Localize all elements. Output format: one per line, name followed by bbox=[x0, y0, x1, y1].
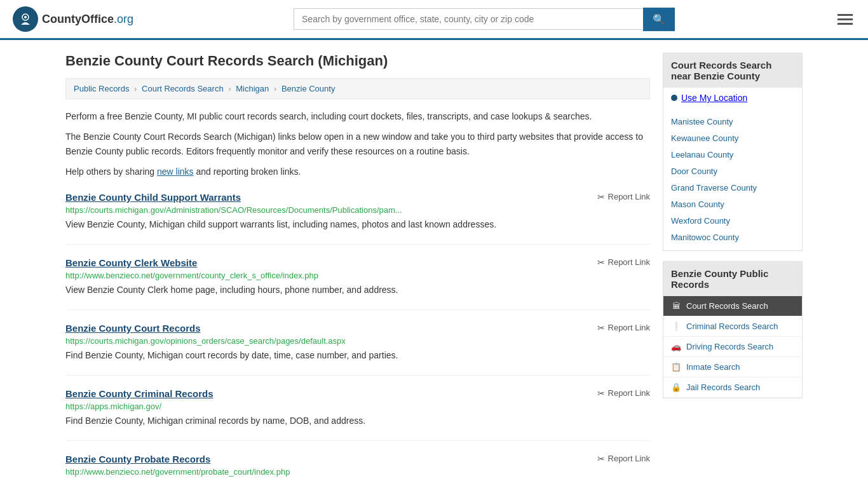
public-record-link[interactable]: Inmate Search bbox=[686, 362, 740, 372]
breadcrumb-sep: › bbox=[134, 84, 137, 93]
record-item: Benzie County Clerk Website ✂ Report Lin… bbox=[65, 257, 650, 310]
report-icon: ✂ bbox=[597, 257, 605, 268]
report-label: Report Link bbox=[608, 323, 650, 332]
search-area: 🔍 bbox=[294, 8, 675, 31]
pr-icon: 🏛 bbox=[671, 301, 681, 311]
record-url: http://www.benzieco.net/government/proba… bbox=[65, 467, 650, 477]
report-link[interactable]: ✂ Report Link bbox=[597, 388, 650, 398]
public-records-section: Benzie County Public Records 🏛 Court Rec… bbox=[663, 261, 803, 398]
record-item: Benzie County Probate Records ✂ Report L… bbox=[65, 454, 650, 488]
record-desc: Find Benzie County, Michigan court recor… bbox=[65, 349, 650, 362]
search-input[interactable] bbox=[294, 8, 643, 30]
nearby-county-link[interactable]: Mason County bbox=[671, 200, 724, 209]
record-url: http://www.benzieco.net/government/count… bbox=[65, 271, 650, 280]
use-location-link[interactable]: Use My Location bbox=[681, 93, 747, 103]
svg-point-2 bbox=[24, 16, 27, 18]
report-label: Report Link bbox=[608, 192, 650, 201]
location-icon bbox=[671, 95, 677, 101]
public-record-item[interactable]: 🚗 Driving Records Search bbox=[663, 337, 802, 357]
pr-icon: 🚗 bbox=[671, 342, 681, 351]
description-2: The Benzie County Court Records Search (… bbox=[65, 130, 650, 158]
desc3-post: and reporting broken links. bbox=[194, 166, 301, 177]
nearby-county-item: Grand Traverse County bbox=[663, 179, 802, 196]
record-title[interactable]: Benzie County Probate Records bbox=[65, 454, 210, 464]
record-title[interactable]: Benzie County Clerk Website bbox=[65, 257, 197, 268]
breadcrumb-sep: › bbox=[274, 84, 276, 93]
main-container: Benzie County Court Records Search (Mich… bbox=[53, 40, 815, 488]
description: Perform a free Benzie County, MI public … bbox=[65, 109, 650, 179]
public-record-item[interactable]: ❕ Criminal Records Search bbox=[663, 316, 802, 337]
record-title[interactable]: Benzie County Child Support Warrants bbox=[65, 192, 241, 203]
public-record-item[interactable]: 🔒 Jail Records Search bbox=[663, 377, 802, 398]
public-record-item[interactable]: 🏛 Court Records Search bbox=[663, 296, 802, 316]
pr-icon: 🔒 bbox=[671, 383, 681, 392]
report-icon: ✂ bbox=[597, 388, 605, 398]
record-header: Benzie County Probate Records ✂ Report L… bbox=[65, 454, 650, 464]
desc3-pre: Help others by sharing bbox=[65, 166, 157, 177]
nearby-list: Manistee CountyKewaunee CountyLeelanau C… bbox=[663, 108, 802, 250]
nearby-county-item: Door County bbox=[663, 163, 802, 179]
new-links-link[interactable]: new links bbox=[157, 166, 194, 177]
report-icon: ✂ bbox=[597, 323, 605, 333]
public-records-list: 🏛 Court Records Search ❕ Criminal Record… bbox=[663, 296, 802, 398]
public-record-link[interactable]: Criminal Records Search bbox=[686, 322, 778, 331]
content-area: Benzie County Court Records Search (Mich… bbox=[65, 53, 650, 488]
record-title[interactable]: Benzie County Court Records bbox=[65, 323, 201, 334]
public-record-item[interactable]: 📋 Inmate Search bbox=[663, 357, 802, 377]
breadcrumb-sep: › bbox=[228, 84, 231, 93]
logo[interactable]: CountyOffice.org bbox=[13, 6, 133, 32]
public-record-link[interactable]: Court Records Search bbox=[686, 301, 768, 311]
record-item: Benzie County Criminal Records ✂ Report … bbox=[65, 388, 650, 441]
search-button[interactable]: 🔍 bbox=[643, 8, 675, 31]
breadcrumb-link-michigan[interactable]: Michigan bbox=[236, 84, 269, 93]
menu-line bbox=[837, 14, 853, 16]
menu-line bbox=[837, 18, 853, 20]
public-record-link[interactable]: Jail Records Search bbox=[686, 383, 760, 392]
report-link[interactable]: ✂ Report Link bbox=[597, 257, 650, 268]
description-1: Perform a free Benzie County, MI public … bbox=[65, 109, 650, 123]
nearby-county-item: Manistee County bbox=[663, 113, 802, 130]
report-icon: ✂ bbox=[597, 454, 605, 464]
record-header: Benzie County Court Records ✂ Report Lin… bbox=[65, 323, 650, 334]
report-link[interactable]: ✂ Report Link bbox=[597, 323, 650, 333]
pr-icon: 📋 bbox=[671, 362, 681, 372]
nearby-county-link[interactable]: Manitowoc County bbox=[671, 233, 739, 242]
header: CountyOffice.org 🔍 bbox=[0, 0, 868, 40]
nearby-county-item: Manitowoc County bbox=[663, 229, 802, 245]
breadcrumb-link-benzie[interactable]: Benzie County bbox=[281, 84, 336, 93]
report-link[interactable]: ✂ Report Link bbox=[597, 192, 650, 202]
pr-icon: ❕ bbox=[671, 322, 681, 331]
records-list: Benzie County Child Support Warrants ✂ R… bbox=[65, 192, 650, 488]
nearby-county-link[interactable]: Kewaunee County bbox=[671, 133, 738, 143]
nearby-county-item: Mason County bbox=[663, 196, 802, 212]
record-header: Benzie County Clerk Website ✂ Report Lin… bbox=[65, 257, 650, 268]
sidebar: Court Records Search near Benzie County … bbox=[663, 53, 803, 488]
nearby-title: Court Records Search near Benzie County bbox=[663, 53, 802, 88]
public-records-title: Benzie County Public Records bbox=[663, 262, 802, 296]
page-title: Benzie County Court Records Search (Mich… bbox=[65, 53, 650, 69]
logo-text: CountyOffice.org bbox=[42, 13, 133, 26]
menu-button[interactable] bbox=[835, 11, 855, 27]
nearby-county-link[interactable]: Door County bbox=[671, 166, 717, 176]
record-url: https://courts.michigan.gov/opinions_ord… bbox=[65, 336, 650, 346]
menu-line bbox=[837, 23, 853, 25]
record-title[interactable]: Benzie County Criminal Records bbox=[65, 388, 214, 399]
nearby-county-link[interactable]: Leelanau County bbox=[671, 150, 733, 159]
breadcrumb: Public Records › Court Records Search › … bbox=[65, 78, 650, 99]
nearby-county-link[interactable]: Wexford County bbox=[671, 216, 730, 226]
nearby-county-link[interactable]: Grand Traverse County bbox=[671, 183, 757, 193]
report-icon: ✂ bbox=[597, 192, 605, 202]
use-location[interactable]: Use My Location bbox=[663, 88, 802, 108]
report-link[interactable]: ✂ Report Link bbox=[597, 454, 650, 464]
nearby-county-item: Wexford County bbox=[663, 212, 802, 229]
nearby-county-item: Kewaunee County bbox=[663, 130, 802, 146]
breadcrumb-link-court-records[interactable]: Court Records Search bbox=[142, 84, 224, 93]
logo-icon bbox=[13, 6, 38, 32]
nearby-county-link[interactable]: Manistee County bbox=[671, 117, 733, 126]
breadcrumb-link-public-records[interactable]: Public Records bbox=[74, 84, 129, 93]
record-header: Benzie County Child Support Warrants ✂ R… bbox=[65, 192, 650, 203]
public-record-link[interactable]: Driving Records Search bbox=[686, 342, 773, 351]
record-item: Benzie County Court Records ✂ Report Lin… bbox=[65, 323, 650, 376]
report-label: Report Link bbox=[608, 257, 650, 267]
description-3: Help others by sharing new links and rep… bbox=[65, 165, 650, 179]
